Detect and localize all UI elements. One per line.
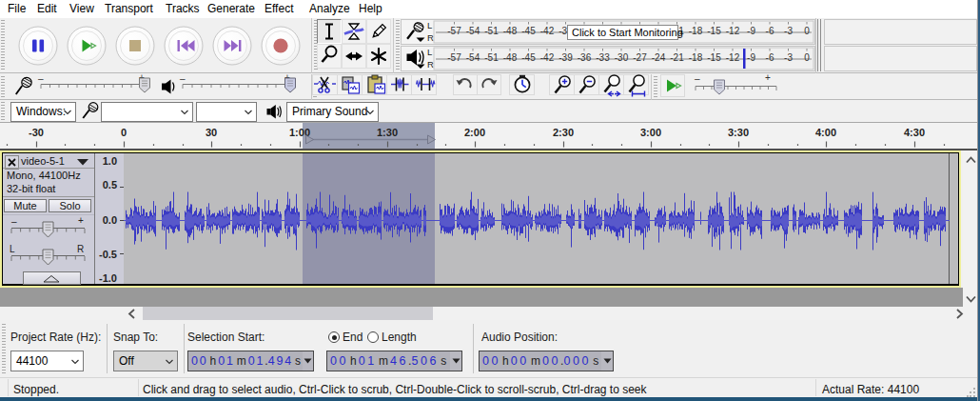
svg-text:–: – — [695, 74, 700, 84]
svg-text:+: + — [78, 216, 84, 226]
svg-text:–: – — [38, 74, 44, 84]
svg-text:R: R — [427, 59, 434, 70]
svg-text:L: L — [10, 244, 15, 254]
svg-text:L: L — [427, 20, 432, 30]
svg-text:R: R — [77, 244, 84, 254]
svg-text:+: + — [765, 74, 771, 83]
svg-text:R: R — [427, 32, 434, 43]
svg-text:L: L — [427, 47, 432, 57]
svg-text:–: – — [180, 74, 186, 84]
svg-text:–: – — [11, 216, 17, 227]
